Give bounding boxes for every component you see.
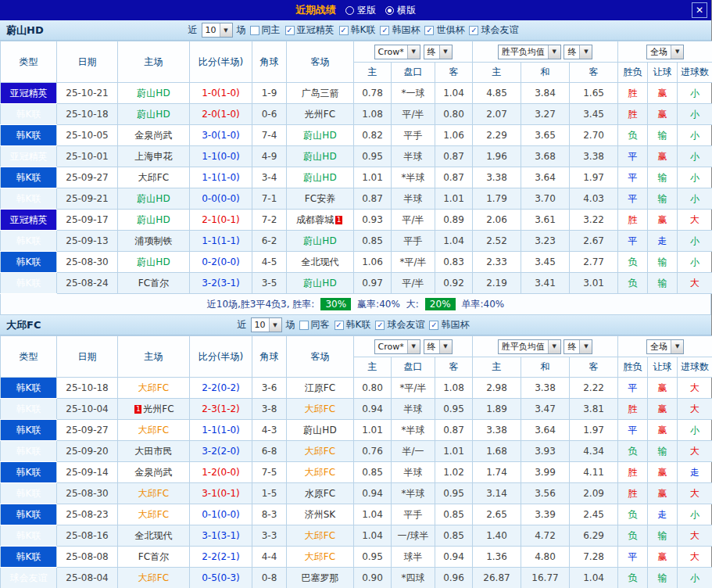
avg-away-odds: 2.70 [570,125,618,146]
goals-result-cell: 小 [678,188,712,210]
home-team[interactable]: FC首尔 [118,273,190,294]
home-team[interactable]: 大邱FC [118,378,190,399]
away-team[interactable]: 全北现代 [287,252,354,273]
handicap-result-cell: 赢 [648,483,678,504]
filter-checkbox[interactable]: ✓世俱杯 [424,23,464,37]
home-team[interactable]: 大邱FC [118,167,190,188]
team-name: 蔚山HD [6,23,44,38]
away-team[interactable]: 蔚山HD [287,231,354,252]
home-team[interactable]: 蔚山HD [118,104,190,125]
euro-avg-select[interactable]: 胜平负均值 ▼ [498,45,561,59]
checkbox-checked-icon[interactable]: ✓ [285,26,295,35]
home-team[interactable]: 蔚山HD [118,210,190,231]
avg-draw-odds: 3.27 [521,104,570,125]
checkbox-unchecked-icon[interactable] [299,321,309,330]
asian-home-odds: 0.78 [354,83,392,104]
filter-checkbox[interactable]: 同主 [250,23,281,37]
home-team[interactable]: 大邱FC [118,568,190,588]
home-team[interactable]: 金泉尚武 [118,125,190,146]
scope-select[interactable]: 全场 ▼ [646,339,684,354]
result-cell: 负 [618,273,648,294]
away-team[interactable]: 巴塞罗那 [287,568,354,588]
away-team[interactable]: 大邱FC [287,399,354,420]
home-team[interactable]: 大邱FC [118,483,190,504]
checkbox-checked-icon[interactable]: ✓ [375,321,385,330]
away-team[interactable]: 大邱FC [287,441,354,462]
home-team[interactable]: 大邱FC [118,420,190,441]
match-count-select[interactable]: 10 ▼ [202,23,233,38]
away-team[interactable]: 大邱FC [287,547,354,568]
match-count-select[interactable]: 10 ▼ [251,317,282,332]
filter-checkbox[interactable]: ✓韩国杯 [429,318,469,332]
handicap-result-cell: 输 [648,167,678,188]
home-team[interactable]: 蔚山HD [118,188,190,210]
away-team[interactable]: 蔚山HD [287,125,354,146]
corners: 4-4 [252,547,287,568]
away-team[interactable]: 江原FC [287,378,354,399]
close-button[interactable]: ✕ [692,2,707,18]
scope-select[interactable]: 全场 ▼ [646,45,684,59]
checkbox-checked-icon[interactable]: ✓ [469,26,478,35]
home-team[interactable]: 浦项制铁 [118,231,190,252]
bookmaker-value: Crow* [378,47,404,57]
home-team[interactable]: 大田市民 [118,441,190,462]
asian-home-odds: 1.04 [354,504,392,525]
away-team[interactable]: 广岛三箭 [287,83,354,104]
home-team[interactable]: 大邱FC [118,504,190,525]
result-cell: 平 [618,167,648,188]
layout-option-vertical[interactable]: 竖版 [345,4,376,17]
radio-selected-icon[interactable] [385,6,394,15]
away-team[interactable]: 济州SK [287,504,354,525]
away-team[interactable]: FC安养 [287,188,354,210]
asian-final-select[interactable]: 终 ▼ [424,339,453,354]
layout-option-horizontal[interactable]: 横版 [385,4,416,17]
away-team[interactable]: 水原FC [287,483,354,504]
filter-checkbox[interactable]: 同客 [299,318,330,332]
home-team[interactable]: 金泉尚武 [118,462,190,483]
filter-checkbox[interactable]: ✓韩K联 [339,23,376,37]
corners: 7-1 [252,188,287,210]
match-row: 韩K联25-10-18大邱FC2-2(0-2)3-6江原FC0.80*平/半1.… [1,378,712,399]
checkbox-checked-icon[interactable]: ✓ [380,26,389,35]
summary-bar: 近10场,胜3平4负3, 胜率:30%赢率:40%大:20%单率:40% [0,294,711,315]
bookmaker-select[interactable]: Crow* ▼ [374,339,420,354]
away-team[interactable]: 光州FC [287,104,354,125]
euro-final-select[interactable]: 终 ▼ [564,339,592,354]
filter-checkbox[interactable]: ✓韩K联 [335,318,371,332]
checkbox-checked-icon[interactable]: ✓ [424,26,434,35]
away-team[interactable]: 成都蓉城1 [287,210,354,231]
checkbox-checked-icon[interactable]: ✓ [339,26,349,35]
checkbox-checked-icon[interactable]: ✓ [429,321,438,330]
result-cell: 负 [618,252,648,273]
away-team[interactable]: 蔚山HD [287,273,354,294]
asian-away-odds: 1.06 [435,125,473,146]
filter-checkbox[interactable]: ✓球会友谊 [375,318,424,332]
checkbox-checked-icon[interactable]: ✓ [335,321,344,330]
avg-home-odds: 2.65 [473,504,521,525]
asian-final-select[interactable]: 终 ▼ [424,45,453,59]
checkbox-unchecked-icon[interactable] [250,26,259,35]
home-team[interactable]: 蔚山HD [118,252,190,273]
home-team[interactable]: 1光州FC [118,399,190,420]
filter-checkbox[interactable]: ✓韩国杯 [380,23,420,37]
home-team[interactable]: 上海申花 [118,146,190,167]
checkbox-label: 韩K联 [346,318,371,332]
handicap-result-cell: 输 [648,252,678,273]
red-card-badge: 1 [134,405,141,414]
avg-away-odds: 3.38 [570,146,618,167]
euro-final-select[interactable]: 终 ▼ [564,45,592,59]
home-team[interactable]: 蔚山HD [118,83,190,104]
filter-checkbox[interactable]: ✓亚冠精英 [285,23,335,37]
filter-checkbox[interactable]: ✓球会友谊 [469,23,518,37]
home-team[interactable]: 全北现代 [118,525,190,547]
bookmaker-select[interactable]: Crow* ▼ [374,45,420,59]
home-team[interactable]: FC首尔 [118,547,190,568]
away-team[interactable]: 蔚山HD [287,167,354,188]
away-team[interactable]: 蔚山HD [287,146,354,167]
euro-avg-select[interactable]: 胜平负均值 ▼ [498,339,561,354]
radio-unselected-icon[interactable] [345,6,354,15]
away-team[interactable]: 大邱FC [287,525,354,547]
away-team[interactable]: 大邱FC [287,462,354,483]
avg-away-odds: 1.97 [570,420,618,441]
away-team[interactable]: 蔚山HD [287,420,354,441]
